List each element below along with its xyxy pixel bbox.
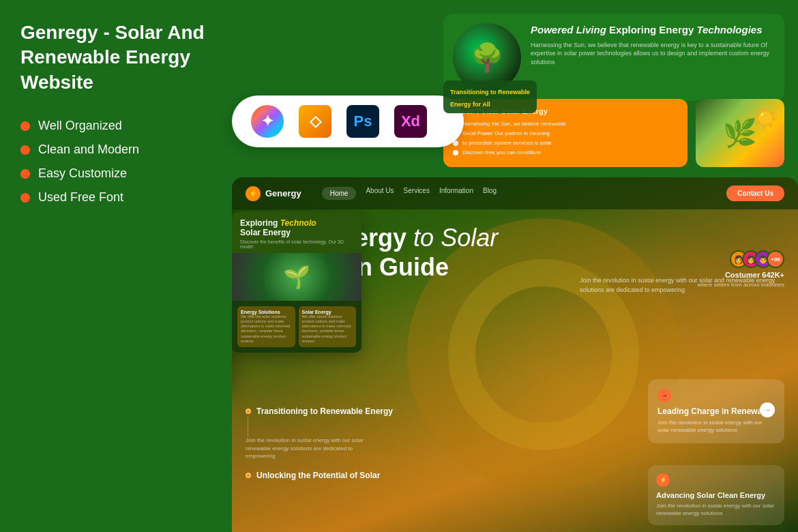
main-title: Genregy - Solar And Renewable Energy Web… <box>20 20 211 95</box>
transit-badge: Transitioning to RenewableEnergy for All <box>443 80 537 113</box>
list-item: Used Free Font <box>20 190 211 205</box>
advancing-icon: ⚡ <box>656 473 670 487</box>
explore-desc: Discover the benefits of solar technolog… <box>240 239 353 249</box>
photoshop-icon: Ps <box>346 105 379 138</box>
bullet-dot <box>20 145 30 155</box>
explore-image: 🌱 <box>232 253 361 301</box>
nav-about[interactable]: About Us <box>366 187 394 200</box>
fp-title: Transitioning to Renewable Energy <box>256 407 393 416</box>
bullet-text: Good Power Our partner in cleaning <box>462 130 550 136</box>
bullet-dot-small <box>453 150 458 156</box>
hero-card-title: Powered Living Exploring Energy Technolo… <box>531 23 775 37</box>
bullet-text: Discover-free you can contribute <box>462 149 541 156</box>
contact-button[interactable]: Contact Us <box>726 186 784 201</box>
advancing-card: ⚡ Advancing Solar Clean Energy Join the … <box>648 465 784 525</box>
feature-list: Well Organized Clean and Modern Easy Cus… <box>20 119 211 205</box>
customers-row: 👩 👩 👨 +99 Costumer 642K+ where sellers f… <box>697 250 784 288</box>
nav-services[interactable]: Services <box>404 187 430 200</box>
charge-title: Leading Charge in Renewable <box>657 407 775 416</box>
list-item: Well Organized <box>20 119 211 133</box>
bullet-item: to protection system services is solar <box>453 140 678 146</box>
charge-desc: Join the revolution in sustai energy wit… <box>657 419 775 434</box>
bullet-dot <box>20 169 30 179</box>
bullet-text: Harnessing the Sun, we believe renewable <box>462 121 566 127</box>
fp-dot <box>246 409 251 414</box>
fp-desc: Join the revolution in sustai energy wit… <box>246 437 382 460</box>
fp-connector <box>248 416 248 437</box>
fp-line: Transitioning to Renewable Energy <box>246 407 393 416</box>
nav-blog[interactable]: Blog <box>483 187 497 200</box>
list-item: Easy Customize <box>20 166 211 181</box>
bullet-item: Good Power Our partner in cleaning <box>453 130 678 136</box>
customers-subtitle: where sellers from across industries <box>697 282 784 288</box>
explore-card-title: Solar Energy <box>302 310 353 314</box>
main-navbar: ⚡ Genergy Home About Us Services Informa… <box>232 177 798 209</box>
hero-card-text: Powered Living Exploring Energy Technolo… <box>531 23 775 66</box>
bullet-item: Discover-free you can contribute <box>453 149 678 156</box>
feature-label: Clean and Modern <box>38 143 139 157</box>
left-panel: Genregy - Solar And Renewable Energy Web… <box>0 0 232 532</box>
feature-label: Easy Customize <box>38 166 127 181</box>
transit-text: Transitioning to RenewableEnergy for All <box>450 89 530 108</box>
nav-links: Home About Us Services Information Blog <box>322 187 497 200</box>
feature-label: Used Free Font <box>38 190 123 205</box>
fp-dot <box>246 473 251 478</box>
fp-item-2: Unlocking the Potential of Solar <box>246 471 393 480</box>
logo-icon: ⚡ <box>246 186 261 201</box>
title-part4: Guide <box>379 253 449 281</box>
list-item: Clean and Modern <box>20 143 211 157</box>
explore-card-desc: We offer about solutions product options… <box>302 314 353 344</box>
fp-line: Unlocking the Potential of Solar <box>246 471 393 480</box>
fp-item-1: Transitioning to Renewable Energy Join t… <box>246 407 393 460</box>
explore-title: Exploring TechnoloSolar Energy <box>240 218 353 237</box>
fp-title: Unlocking the Potential of Solar <box>256 471 380 480</box>
nav-information[interactable]: Information <box>439 187 473 200</box>
hero-card-desc: Harnessing the Sun, we believe that rene… <box>531 41 775 67</box>
figma-icon: ✦ <box>251 105 284 138</box>
explore-card-desc: We offer the solar solutions product opt… <box>241 314 292 344</box>
advancing-desc: Join the revolution in sustai energy wit… <box>656 502 776 517</box>
explore-mockup: Exploring TechnoloSolar Energy Discover … <box>232 211 361 353</box>
sketch-icon: ◇ <box>299 105 331 138</box>
logo-area: ⚡ Genergy <box>246 186 301 201</box>
solar-panel-image: 🌿 <box>696 99 784 167</box>
avatar-group: 👩 👩 👨 +99 <box>730 250 784 268</box>
xd-icon: Xd <box>394 105 427 138</box>
bullet-dot <box>20 121 30 131</box>
charge-icon: → <box>657 389 671 402</box>
advancing-title: Advancing Solar Clean Energy <box>656 491 776 499</box>
explore-card-1: Energy Solutions We offer the solar solu… <box>237 306 295 347</box>
logo-text: Genergy <box>265 188 301 198</box>
title-part2: to Solar <box>413 224 498 252</box>
charge-card: → Leading Charge in Renewable → Join the… <box>648 379 784 443</box>
tools-bar: ✦ ◇ Ps Xd <box>232 95 464 147</box>
explore-header: Exploring TechnoloSolar Energy Discover … <box>232 211 361 253</box>
customers-count: Costumer 642K+ <box>725 271 784 279</box>
explore-card-2: Solar Energy We offer about solutions pr… <box>299 306 357 347</box>
feature-label: Well Organized <box>38 119 122 133</box>
bullet-item: Harnessing the Sun, we believe renewable <box>453 121 678 127</box>
bullet-text: to protection system services is solar <box>462 140 552 146</box>
feature-points: Transitioning to Renewable Energy Join t… <box>246 407 393 491</box>
explore-cards: Energy Solutions We offer the solar solu… <box>232 301 361 353</box>
explore-card-title: Energy Solutions <box>241 310 292 314</box>
bullet-dot <box>20 193 30 203</box>
avatar-count: +99 <box>767 250 784 268</box>
nav-home[interactable]: Home <box>322 187 357 200</box>
